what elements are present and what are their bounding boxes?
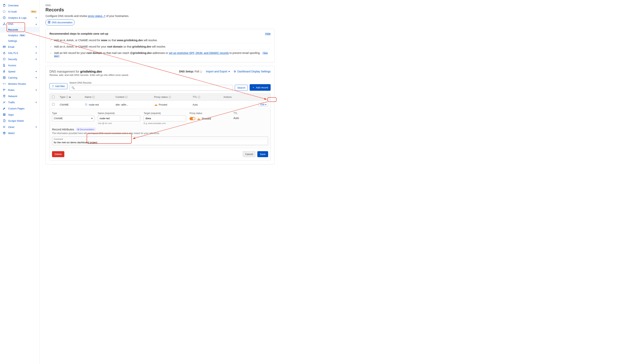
ttl-value: Auto (234, 115, 253, 120)
recommended-list: ✓Add an A, AAAA, or CNAME record for www… (50, 37, 270, 59)
search-input[interactable] (75, 86, 231, 89)
sidebar-item-workers-routes[interactable]: Workers Routes (0, 81, 40, 87)
display-settings-button[interactable]: ⚙ Dashboard Display Settings (234, 70, 270, 73)
chevron-down-icon: ▾ (36, 58, 37, 60)
name-input[interactable] (98, 115, 140, 121)
cancel-button[interactable]: Cancel (243, 151, 256, 157)
sidebar-item-label: Traffic (8, 101, 36, 104)
svg-rect-13 (4, 115, 5, 116)
sidebar-item-network[interactable]: Network (0, 93, 40, 99)
sidebar-item-dns[interactable]: DNS ▴ (0, 21, 40, 27)
sidebar-item-custom-pages[interactable]: Custom Pages (0, 105, 40, 112)
field-name: Name (required) Use @ for root (98, 112, 140, 124)
sidebar-submenu-dns: Records AnalyticsNew Settings (0, 27, 40, 44)
import-export-button[interactable]: Import and Export ▾ (206, 70, 230, 73)
book-icon: ▤ (77, 128, 79, 130)
col-name[interactable]: Name i (85, 96, 116, 98)
spf-dkim-link[interactable]: set up restrictive SPF, DKIM, and DMARC … (169, 52, 229, 54)
sidebar-sub-settings[interactable]: Settings (8, 38, 40, 44)
col-content[interactable]: Content i (116, 96, 154, 98)
svg-rect-12 (3, 115, 4, 116)
sidebar-item-scrape-shield[interactable]: Scrape Shield (0, 118, 40, 124)
chevron-down-icon: ▾ (36, 126, 37, 128)
comment-input[interactable] (54, 140, 266, 144)
pin-icon (3, 94, 6, 98)
sidebar-item-label: Network (8, 95, 37, 98)
hide-link[interactable]: Hide (265, 32, 270, 35)
sidebar-item-traffic[interactable]: Traffic ▾ (0, 99, 40, 105)
door-icon (3, 64, 6, 67)
attributes-documentation-link[interactable]: ▤Documentation (76, 128, 96, 131)
col-type[interactable]: Type i (60, 96, 85, 98)
check-icon: ✓ (50, 39, 52, 42)
sidebar-item-apps[interactable]: Apps (0, 112, 40, 118)
delete-button[interactable]: Delete (52, 151, 64, 157)
sidebar-item-security[interactable]: Security ▾ (0, 56, 40, 62)
sidebar-sub-analytics[interactable]: AnalyticsNew (8, 32, 40, 38)
search-button[interactable]: Search (235, 85, 248, 91)
bolt-icon (3, 70, 6, 73)
sidebar-item-caching[interactable]: Caching ▾ (0, 74, 40, 81)
sidebar-item-rules[interactable]: Rules ▾ (0, 87, 40, 93)
sidebar-item-speed[interactable]: Speed ▾ (0, 68, 40, 74)
sidebar-item-zaraz[interactable]: Zaraz ▾ (0, 124, 40, 130)
row-checkbox[interactable] (52, 103, 54, 106)
chevron-down-icon: ▾ (36, 46, 37, 48)
traffic-icon (3, 101, 6, 104)
sidebar: Overview AI Audit Beta Analytics & Logs … (0, 0, 40, 364)
cell-content: dbe -a6fe... (116, 103, 154, 106)
info-icon: i (169, 96, 171, 98)
edit-button[interactable]: Edit▾ (259, 102, 268, 107)
save-button[interactable]: Save (257, 151, 268, 157)
sidebar-item-label: Caching (8, 76, 36, 79)
sidebar-item-label: Speed (8, 70, 36, 73)
comment-icon: 🗨 (85, 103, 87, 106)
sidebar-item-label: DNS (8, 22, 36, 26)
select-all-checkbox[interactable] (52, 96, 54, 98)
cell-ttl: Auto (192, 103, 224, 106)
network-icon (3, 22, 6, 26)
wrench-icon (3, 107, 6, 110)
sidebar-item-web3[interactable]: Web3 (0, 130, 40, 136)
dns-documentation-button[interactable]: DNS documentation (46, 20, 74, 26)
add-filter-button[interactable]: ▽Add filter (50, 83, 68, 89)
sidebar-item-ai-audit[interactable]: AI Audit Beta (0, 8, 40, 15)
proxy-toggle[interactable] (190, 117, 195, 120)
proxy-status-link[interactable]: proxy status ↗ (88, 14, 105, 18)
type-select[interactable]: CNAME▾ (52, 115, 94, 121)
recommended-item: ✓Add an MX record for your root domain s… (50, 50, 270, 59)
recommended-title: Recommended steps to complete zone set-u… (50, 32, 108, 35)
info-icon[interactable]: i (200, 71, 202, 73)
sidebar-item-label: Overview (8, 4, 37, 7)
sidebar-item-email[interactable]: Email ▾ (0, 44, 40, 50)
sidebar-item-overview[interactable]: Overview (0, 2, 40, 8)
field-type: Type CNAME▾ (52, 112, 94, 121)
sidebar-item-analytics-logs[interactable]: Analytics & Logs ▾ (0, 15, 40, 21)
add-record-button[interactable]: ＋Add record (250, 84, 270, 91)
chevron-down-icon: ▾ (36, 70, 37, 73)
search-input-wrapper[interactable]: 🔍 (69, 85, 233, 91)
sidebar-item-label: Email (8, 46, 36, 48)
svg-point-7 (4, 65, 4, 65)
gear-icon: ⚙ (234, 70, 236, 73)
new-badge: New (19, 34, 26, 36)
page-title: Records (46, 7, 275, 12)
cell-type: CNAME (60, 103, 85, 106)
record-attributes-title: Record Attributes (52, 128, 74, 131)
sidebar-item-label: Analytics & Logs (8, 16, 36, 19)
web3-icon (3, 132, 6, 134)
cell-name: 🗨node-red (85, 103, 116, 106)
sidebar-item-access[interactable]: Access (0, 62, 40, 68)
dns-management-card: DNS management for gristleking.dev Revie… (46, 66, 275, 164)
svg-point-9 (4, 95, 4, 96)
sidebar-sub-records[interactable]: Records (0, 27, 40, 32)
mail-icon (3, 45, 6, 48)
cell-proxy: ☁Proxied (154, 102, 192, 107)
target-input[interactable] (144, 115, 186, 121)
sidebar-item-ssl-tls[interactable]: SSL/TLS ▾ (0, 50, 40, 56)
sparkle-icon (3, 10, 6, 13)
col-ttl[interactable]: TTL i (192, 96, 224, 98)
col-proxy[interactable]: Proxy status i (154, 96, 192, 98)
comment-field[interactable]: Comment (52, 136, 268, 145)
sidebar-item-label: Zaraz (8, 126, 36, 128)
